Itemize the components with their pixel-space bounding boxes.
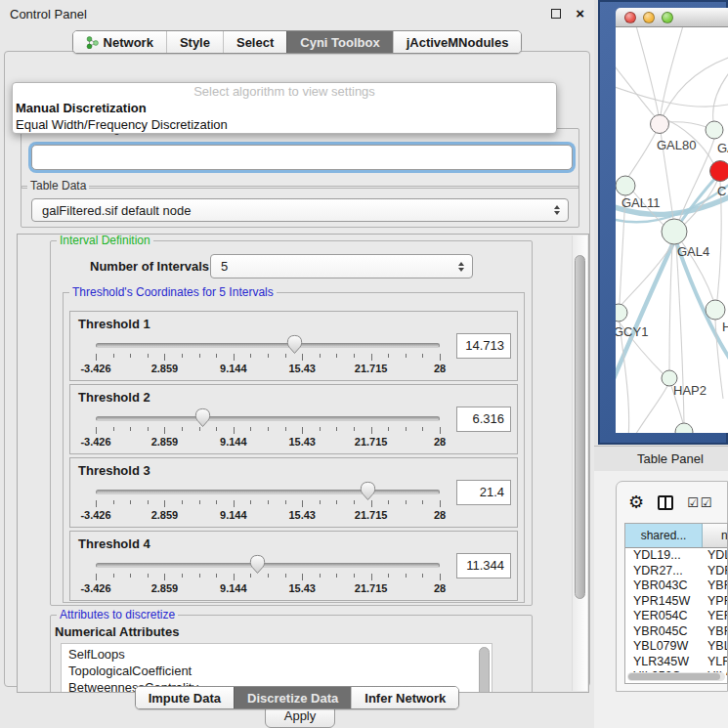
- table-row[interactable]: YBL079WYBL079W: [625, 639, 727, 655]
- column-split-icon[interactable]: [658, 495, 673, 510]
- tick-mark: [406, 500, 407, 504]
- tab-infer-network[interactable]: Infer Network: [351, 687, 458, 708]
- checkbox-icons[interactable]: ☑☑: [687, 495, 713, 510]
- threshold-value-field[interactable]: 6.316: [456, 407, 511, 432]
- network-node-gcy1[interactable]: [616, 304, 627, 321]
- tab-discretize-data[interactable]: Discretize Data: [234, 687, 351, 708]
- slider-track[interactable]: [96, 563, 440, 568]
- network-node-node-red[interactable]: [710, 161, 728, 182]
- stepper-arrows-icon: [458, 262, 464, 272]
- network-node-node-top-right[interactable]: [706, 121, 723, 139]
- tick-mark: [113, 354, 114, 358]
- cell-shared-name: YLR345W: [625, 655, 703, 670]
- threshold-label: Threshold 4: [78, 536, 150, 551]
- threshold-slider[interactable]: -3.4262.8599.14415.4321.71528: [96, 557, 440, 596]
- tick-label: 2.859: [151, 363, 179, 374]
- tick-mark: [388, 500, 389, 504]
- network-view-window: GAL80GACGAL11GAL4GCY1HHAP2: [598, 0, 728, 445]
- gear-icon[interactable]: ⚙: [628, 493, 644, 511]
- network-canvas[interactable]: GAL80GACGAL11GAL4GCY1HHAP2: [616, 27, 728, 433]
- close-icon[interactable]: ×: [576, 9, 584, 19]
- threshold-slider[interactable]: -3.4262.8599.14415.4321.71528: [96, 337, 440, 376]
- threshold-slider[interactable]: -3.4262.8599.14415.4321.71528: [96, 484, 440, 523]
- slider-track[interactable]: [96, 343, 440, 348]
- algorithm-option[interactable]: Equal Width/Frequency Discretization: [13, 116, 556, 133]
- table-header-row: shared... na: [625, 524, 727, 548]
- cell-shared-name: YBR045C: [625, 624, 703, 640]
- tab-style[interactable]: Style: [166, 31, 223, 53]
- mac-minimize-button[interactable]: [643, 12, 655, 23]
- network-graph[interactable]: GAL80GACGAL11GAL4GCY1HHAP2: [616, 27, 728, 433]
- network-edge: [635, 27, 659, 115]
- horizontal-scrollbar-thumb[interactable]: [628, 673, 720, 680]
- bottom-tabs: Impute DataDiscretize DataInfer Network: [135, 686, 460, 709]
- vertical-scrollbar-thumb[interactable]: [575, 255, 585, 599]
- tick-mark: [320, 354, 321, 358]
- network-node-gal80[interactable]: [651, 115, 669, 134]
- cyni-toolbox-pane: Discretization Algorithm Table Data galF…: [4, 51, 590, 687]
- tick-mark: [182, 574, 183, 578]
- threshold-value-field[interactable]: 21.4: [456, 480, 511, 505]
- tick-mark: [422, 427, 423, 431]
- table-row[interactable]: YLR345WYLR345W: [625, 655, 727, 670]
- tab-select[interactable]: Select: [223, 31, 286, 53]
- mac-close-button[interactable]: [624, 12, 636, 23]
- tick-mark: [268, 574, 269, 578]
- network-node-h[interactable]: [706, 300, 725, 320]
- table-row[interactable]: YDR27...YDR27...: [625, 564, 727, 579]
- tick-mark: [302, 427, 303, 434]
- horizontal-scrollbar[interactable]: [627, 672, 725, 681]
- attribute-list-item[interactable]: TopologicalCoefficient: [62, 663, 492, 679]
- node-label: GAL11: [621, 195, 661, 210]
- slider-track[interactable]: [96, 490, 440, 494]
- mac-zoom-button[interactable]: [662, 12, 673, 23]
- table-row[interactable]: YER054CYER054C: [625, 609, 727, 624]
- threshold-value-field[interactable]: 11.344: [456, 553, 511, 578]
- network-node-gal4[interactable]: [662, 219, 687, 244]
- column-header-name[interactable]: na: [703, 524, 727, 547]
- attribute-list-item[interactable]: SelfLoops: [62, 646, 492, 663]
- threshold-panel: Threshold 1-3.4262.8599.14415.4321.71528…: [69, 311, 518, 381]
- number-of-intervals-combobox[interactable]: 5: [210, 254, 473, 278]
- float-window-icon[interactable]: [551, 9, 561, 19]
- tick-mark: [164, 574, 165, 580]
- tab-impute-data[interactable]: Impute Data: [136, 687, 234, 708]
- tick-mark: [130, 500, 131, 504]
- tick-mark: [130, 354, 131, 358]
- table-row[interactable]: YDL19...YDL19...: [625, 548, 727, 564]
- slider-track[interactable]: [96, 416, 440, 421]
- column-header-shared-name[interactable]: shared...: [625, 524, 703, 547]
- table-row[interactable]: YPR145WYPR145W: [625, 594, 727, 610]
- algorithm-popup-items: Manual DiscretizationEqual Width/Frequen…: [13, 100, 556, 133]
- tick-mark: [268, 427, 269, 431]
- network-node-node-bottom[interactable]: [675, 423, 693, 433]
- cell-name: YBR045C: [703, 624, 727, 640]
- tick-mark: [96, 427, 97, 434]
- top-tabbar: NetworkStyleSelectCyni ToolboxjActiveMNo…: [0, 30, 594, 54]
- tick-mark: [148, 500, 149, 504]
- threshold-slider[interactable]: -3.4262.8599.14415.4321.71528: [96, 410, 440, 450]
- node-attribute-table[interactable]: shared... na YDL19...YDL19...YDR27...YDR…: [624, 523, 728, 684]
- slider-thumb[interactable]: [194, 407, 211, 428]
- slider-thumb[interactable]: [249, 554, 266, 575]
- network-node-gal11[interactable]: [616, 176, 635, 195]
- network-window-titlebar[interactable]: [616, 8, 728, 27]
- threshold-value-field[interactable]: 14.713: [456, 333, 511, 359]
- tab-network[interactable]: Network: [73, 31, 166, 53]
- slider-thumb[interactable]: [360, 481, 376, 501]
- algorithm-option[interactable]: Manual Discretization: [13, 100, 556, 116]
- node-label: HAP2: [673, 383, 707, 398]
- table-row[interactable]: YBR043CYBR043C: [625, 578, 727, 594]
- slider-thumb[interactable]: [286, 334, 303, 355]
- tick-mark: [354, 427, 355, 431]
- table-row[interactable]: YBR045CYBR045C: [625, 624, 727, 640]
- tick-mark: [96, 500, 97, 507]
- stepper-arrows-icon: [554, 205, 560, 215]
- tab-jactivemnodules[interactable]: jActiveMNodules: [393, 31, 522, 53]
- vertical-scrollbar[interactable]: [572, 236, 587, 691]
- algorithm-combobox[interactable]: [31, 145, 573, 170]
- tick-mark: [371, 574, 372, 580]
- tab-cyni-toolbox[interactable]: Cyni Toolbox: [286, 31, 392, 53]
- tick-mark: [302, 354, 303, 361]
- table-data-combobox[interactable]: galFiltered.sif default node: [31, 198, 569, 222]
